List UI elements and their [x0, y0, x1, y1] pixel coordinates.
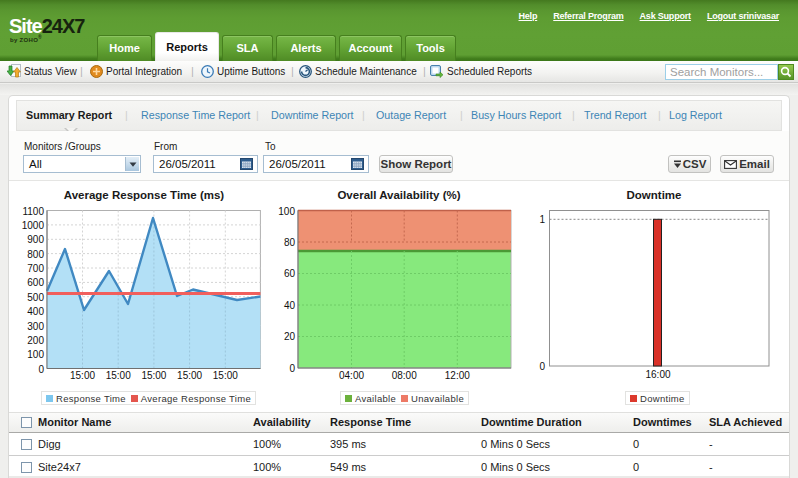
- svg-text:16:00: 16:00: [645, 369, 670, 380]
- svg-text:0: 0: [38, 364, 44, 375]
- svg-text:300: 300: [27, 321, 44, 332]
- svg-text:1: 1: [539, 214, 545, 225]
- svg-text:15:00: 15:00: [213, 370, 238, 381]
- svg-text:700: 700: [27, 263, 44, 274]
- svg-text:800: 800: [27, 249, 44, 260]
- svg-text:15:00: 15:00: [177, 370, 202, 381]
- svg-text:900: 900: [27, 234, 44, 245]
- svg-text:400: 400: [27, 306, 44, 317]
- svg-text:15:00: 15:00: [106, 370, 131, 381]
- svg-text:1000: 1000: [22, 220, 45, 231]
- svg-text:40: 40: [284, 300, 296, 311]
- svg-text:80: 80: [284, 237, 296, 248]
- svg-text:1100: 1100: [22, 206, 44, 217]
- svg-text:12:00: 12:00: [445, 370, 470, 381]
- svg-text:15:00: 15:00: [70, 370, 95, 381]
- svg-text:100: 100: [27, 349, 44, 360]
- svg-text:0: 0: [539, 361, 545, 372]
- svg-text:0: 0: [289, 363, 295, 374]
- svg-text:100: 100: [278, 206, 295, 217]
- svg-text:20: 20: [284, 331, 296, 342]
- svg-text:15:00: 15:00: [141, 370, 166, 381]
- svg-text:08:00: 08:00: [392, 370, 417, 381]
- svg-text:200: 200: [27, 335, 44, 346]
- svg-text:500: 500: [27, 292, 44, 303]
- svg-text:600: 600: [27, 277, 44, 288]
- svg-text:60: 60: [284, 268, 296, 279]
- svg-text:04:00: 04:00: [339, 370, 364, 381]
